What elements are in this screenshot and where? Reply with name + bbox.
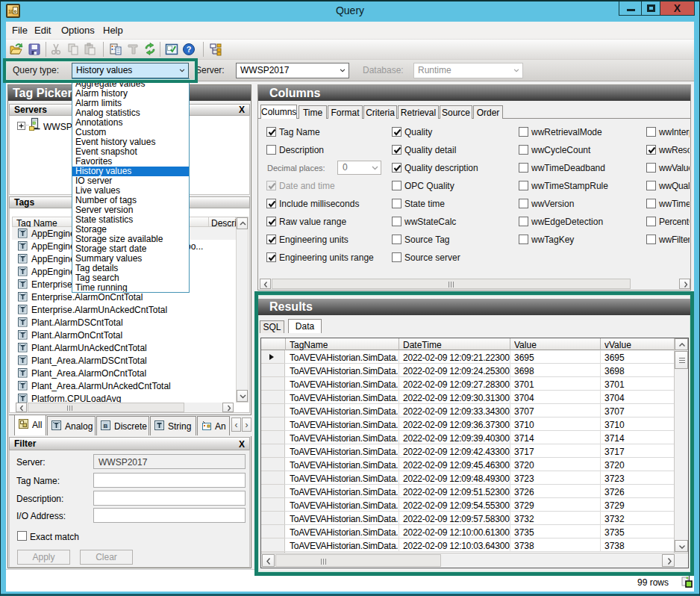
svg-text:B: B bbox=[104, 423, 108, 429]
svg-text:?: ? bbox=[187, 45, 192, 54]
